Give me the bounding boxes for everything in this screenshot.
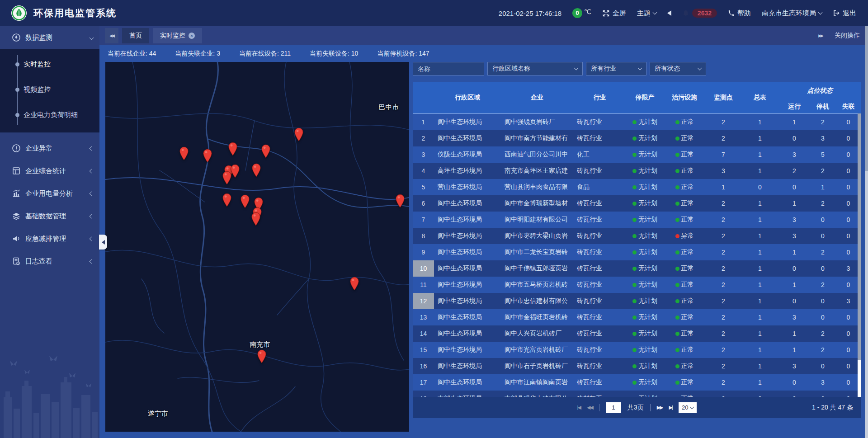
table-row[interactable]: 14 阆中生态环境局 阆中大兴页岩机砖厂 砖瓦行业 无计划 正常 — [413, 325, 861, 342]
sidebar-item-enterprise-abnormal[interactable]: 企业异常 — [0, 137, 99, 160]
table-row[interactable]: 9 阆中生态环境局 阆中市二龙长宝页岩砖 砖瓦行业 无计划 正常 — [413, 244, 861, 260]
help-button[interactable]: 帮助 — [728, 9, 751, 18]
sidebar-item-enterprise-stats[interactable]: 企业综合统计 — [0, 160, 99, 182]
table-row[interactable]: 8 阆中生态环境局 阆中市枣碧大梁山页岩 砖瓦行业 无计划 异常 — [413, 228, 861, 244]
cell-meter-count: 1 — [741, 293, 778, 309]
table-row[interactable]: 10 阆中生态环境局 阆中千佛镇五郎垭页岩 砖瓦行业 无计划 正常 — [413, 260, 861, 277]
map-marker-pin[interactable] — [395, 194, 406, 210]
facility-status-dot — [675, 250, 679, 254]
map-marker-pin[interactable] — [251, 163, 262, 179]
map-marker-pin[interactable] — [179, 146, 189, 162]
cell-limit: 无计划 — [626, 195, 664, 212]
map-marker-pin[interactable] — [261, 144, 271, 160]
chevron-left-icon — [90, 259, 94, 264]
panel-collapse-button[interactable] — [667, 10, 671, 16]
cell-stop-count: 2 — [810, 325, 835, 342]
name-search-input[interactable] — [413, 62, 484, 75]
table-row[interactable]: 13 阆中生态环境局 阆中市金福旺页岩机砖 砖瓦行业 无计划 正常 — [413, 309, 861, 325]
pagination-last-button[interactable]: ▶| — [669, 405, 672, 410]
map-marker-pin[interactable] — [294, 127, 304, 143]
cell-run-count: 1 — [778, 195, 810, 212]
sidebar-item-base-data[interactable]: 基础数据管理 — [0, 205, 99, 227]
industry-select[interactable]: 所有行业 — [586, 62, 646, 75]
pagination-next-button[interactable]: ▶▶ — [657, 405, 663, 410]
sidebar-item-emergency-reduction[interactable]: 应急减排管理 — [0, 227, 99, 250]
map-marker-pin[interactable] — [251, 212, 261, 228]
cell-meter-count: 1 — [741, 260, 778, 277]
page-scrollbar[interactable] — [865, 26, 868, 438]
cell-region: 仪陇生态环境局 — [434, 146, 501, 163]
facility-status-text: 正常 — [681, 362, 694, 369]
cell-meter-count: 1 — [741, 113, 778, 130]
page-scrollbar-thumb[interactable] — [865, 26, 868, 171]
table-row[interactable]: 4 高坪生态环境局 南充市高坪区王家店建 砖瓦行业 无计划 正常 — [413, 163, 861, 179]
status-select[interactable]: 所有状态 — [650, 62, 706, 75]
table-scrollbar-thumb[interactable] — [858, 113, 861, 360]
sidebar-collapse-button[interactable] — [99, 235, 107, 250]
cell-limit: 无计划 — [626, 130, 664, 146]
map-marker-pin[interactable] — [349, 277, 360, 292]
map-canvas[interactable]: 巴中市 南充市 遂宁市 — [105, 62, 409, 432]
page-number-input[interactable] — [606, 402, 621, 413]
sidebar-item-realtime-monitor[interactable]: 实时监控 — [0, 52, 99, 77]
map-marker-pin[interactable] — [240, 194, 250, 210]
tabs-scroll-right-button[interactable]: ▶▶ — [818, 33, 823, 38]
close-operations-button[interactable]: 关闭操作 — [835, 32, 860, 40]
limit-status-dot — [632, 348, 637, 352]
fullscreen-label: 全屏 — [613, 9, 626, 18]
cell-industry: 砖瓦行业 — [573, 244, 626, 260]
tab-home[interactable]: 首页 — [122, 28, 149, 43]
sidebar-item-data-monitor[interactable]: 数据监测 — [0, 26, 99, 49]
pagination-first-button[interactable]: |◀ — [577, 405, 580, 410]
cell-stop-count: 3 — [810, 130, 835, 146]
table-row[interactable]: 15 阆中生态环境局 阆中市光富页岩机砖厂 砖瓦行业 无计划 正常 — [413, 342, 861, 358]
cell-stop-count: 5 — [810, 146, 835, 163]
tab-realtime-monitor[interactable]: 实时监控 × — [153, 28, 202, 43]
facility-status-text: 异常 — [681, 232, 694, 239]
sidebar-item-log-view[interactable]: 日志查看 — [0, 250, 99, 273]
cell-facility: 正常 — [664, 130, 705, 146]
table-row[interactable]: 3 仪陇生态环境局 西南油气田分公司川中 化工 无计划 正常 — [413, 146, 861, 163]
table-row[interactable]: 18 南部生态环境局 南部县砚华土砖有限公 建材加工 无计划 正常 — [413, 391, 861, 397]
cell-monitor-count: 2 — [705, 277, 741, 293]
map-marker-pin[interactable] — [203, 149, 213, 165]
table-row[interactable]: 5 营山生态环境局 营山县润丰肉食品有限 食品 无计划 正常 — [413, 179, 861, 195]
pagination-prev-button[interactable]: ◀◀ — [587, 405, 593, 410]
notifications[interactable]: 2632 — [682, 9, 717, 18]
limit-status-text: 无计划 — [638, 167, 657, 174]
logout-button[interactable]: 退出 — [833, 9, 856, 18]
facility-status-text: 正常 — [681, 378, 694, 386]
page-size-select[interactable]: 20 — [679, 402, 697, 413]
tabs-scroll-left-button[interactable]: ◀◀ — [105, 28, 118, 43]
org-dropdown[interactable]: 南充市生态环境局 — [762, 9, 822, 18]
col-group-point-status: 点位状态 — [778, 82, 861, 100]
map-marker-pin[interactable] — [222, 171, 232, 187]
sidebar-item-video-monitor[interactable]: 视频监控 — [0, 77, 99, 102]
table-row[interactable]: 17 阆中生态环境局 阆中市江南镇阆南页岩 砖瓦行业 无计划 正常 — [413, 374, 861, 391]
limit-status-dot — [632, 332, 637, 336]
table-row[interactable]: 1 阆中生态环境局 阆中强锐页岩砖厂 砖瓦行业 无计划 正常 — [413, 113, 861, 130]
theme-dropdown[interactable]: 主题 — [637, 9, 656, 18]
cell-stop-count: 1 — [810, 179, 835, 195]
cell-company: 阆中市光富页岩机砖厂 — [501, 342, 573, 358]
cell-industry: 砖瓦行业 — [573, 163, 626, 179]
table-scrollbar[interactable] — [858, 113, 861, 397]
table-row[interactable]: 7 阆中生态环境局 阆中明阳建材有限公司 砖瓦行业 无计划 正常 — [413, 212, 861, 228]
tab-bar: ◀◀ 首页 实时监控 × ▶▶ 关闭操作 — [99, 26, 868, 45]
map-marker-pin[interactable] — [222, 193, 232, 209]
fullscreen-button[interactable]: 全屏 — [602, 9, 626, 18]
tab-close-icon[interactable]: × — [189, 33, 195, 39]
row-index: 9 — [413, 244, 434, 260]
sidebar-item-power-analysis[interactable]: 企业用电量分析 — [0, 182, 99, 205]
table-row[interactable]: 12 阆中生态环境局 阆中市忠信建材有限公 砖瓦行业 无计划 正常 — [413, 293, 861, 309]
sidebar-item-power-load-detail[interactable]: 企业电力负荷明细 — [0, 102, 99, 127]
row-index: 18 — [413, 391, 434, 397]
region-select[interactable]: 行政区域名称 — [487, 62, 583, 75]
table-row[interactable]: 6 阆中生态环境局 阆中市金博瑞新型墙材 砖瓦行业 无计划 正常 — [413, 195, 861, 212]
table-row[interactable]: 11 阆中生态环境局 阆中市五马桥页岩机砖 砖瓦行业 无计划 正常 — [413, 277, 861, 293]
map-marker-pin[interactable] — [228, 142, 238, 158]
table-row[interactable]: 2 阆中生态环境局 阆中市南方节能建材有 砖瓦行业 无计划 正常 — [413, 130, 861, 146]
table-row[interactable]: 16 阆中生态环境局 阆中市石子页岩机砖厂 砖瓦行业 无计划 正常 — [413, 358, 861, 374]
map-marker-pin[interactable] — [257, 349, 267, 365]
cell-run-count: 3 — [778, 212, 810, 228]
